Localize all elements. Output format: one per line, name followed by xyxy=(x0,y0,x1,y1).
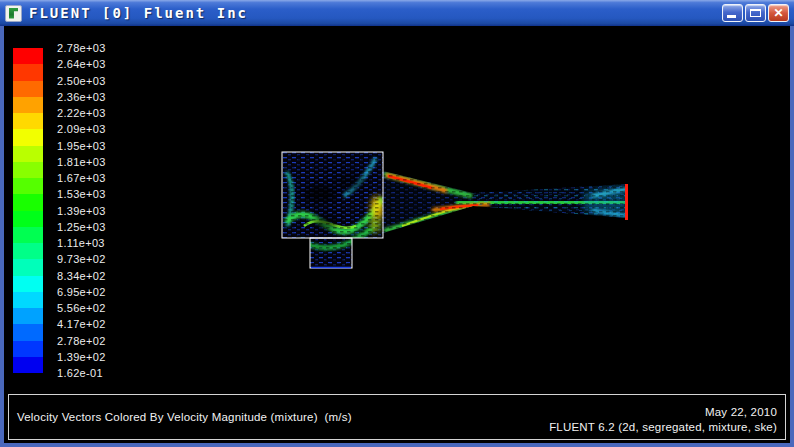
maximize-button[interactable] xyxy=(745,4,766,22)
legend-label: 2.78e+02 xyxy=(57,332,106,348)
close-button[interactable]: ✕ xyxy=(768,4,789,22)
solver-text: FLUENT 6.2 (2d, segregated, mixture, ske… xyxy=(549,420,777,436)
legend-band xyxy=(13,308,43,324)
legend-label: 2.22e+03 xyxy=(57,105,106,121)
minimize-button[interactable] xyxy=(722,4,743,22)
title-bar[interactable]: FLUENT [0] Fluent Inc ✕ xyxy=(0,0,794,26)
legend-band xyxy=(13,113,43,129)
legend-label: 1.62e-01 xyxy=(57,365,106,381)
legend-label: 1.11e+03 xyxy=(57,235,106,251)
legend-band xyxy=(13,292,43,308)
caption-box: Velocity Vectors Colored By Velocity Mag… xyxy=(8,394,786,440)
plot-title: Velocity Vectors Colored By Velocity Mag… xyxy=(17,411,352,423)
legend-label: 1.67e+03 xyxy=(57,170,106,186)
legend-band xyxy=(13,64,43,80)
legend-band xyxy=(13,211,43,227)
legend-band xyxy=(13,178,43,194)
legend-label: 5.56e+02 xyxy=(57,300,106,316)
legend-label: 2.78e+03 xyxy=(57,40,106,56)
date-text: May 22, 2010 xyxy=(549,405,777,421)
legend-label: 1.25e+03 xyxy=(57,219,106,235)
close-icon: ✕ xyxy=(769,5,788,21)
legend-band xyxy=(13,259,43,275)
legend-label: 2.09e+03 xyxy=(57,121,106,137)
legend-band xyxy=(13,162,43,178)
legend-label: 2.36e+03 xyxy=(57,89,106,105)
legend-band xyxy=(13,243,43,259)
legend-labels: 2.78e+032.64e+032.50e+032.36e+032.22e+03… xyxy=(57,40,106,381)
fluent-window: FLUENT [0] Fluent Inc ✕ xyxy=(0,0,794,447)
legend-color-bar xyxy=(13,48,43,373)
outlet-line xyxy=(625,184,628,220)
legend-label: 1.81e+03 xyxy=(57,154,106,170)
legend-label: 1.39e+03 xyxy=(57,202,106,218)
window-controls: ✕ xyxy=(722,4,789,22)
legend-label: 2.50e+03 xyxy=(57,72,106,88)
legend-band xyxy=(13,324,43,340)
legend-label: 1.53e+03 xyxy=(57,186,106,202)
legend-band xyxy=(13,194,43,210)
nozzle-vector-field xyxy=(383,166,633,241)
legend-label: 2.64e+03 xyxy=(57,56,106,72)
maximize-icon xyxy=(750,9,761,17)
legend-band xyxy=(13,81,43,97)
legend-band xyxy=(13,97,43,113)
legend-band xyxy=(13,341,43,357)
legend-label: 4.17e+02 xyxy=(57,316,106,332)
chamber-vector-field xyxy=(282,152,383,268)
legend-band xyxy=(13,227,43,243)
version-stamp: May 22, 2010 FLUENT 6.2 (2d, segregated,… xyxy=(549,405,777,439)
legend-label: 8.34e+02 xyxy=(57,267,106,283)
legend-band xyxy=(13,48,43,64)
legend-band xyxy=(13,146,43,162)
vector-plot[interactable] xyxy=(4,26,790,443)
app-icon[interactable] xyxy=(5,5,22,22)
legend-label: 9.73e+02 xyxy=(57,251,106,267)
legend-band xyxy=(13,129,43,145)
legend-band xyxy=(13,357,43,373)
window-title: FLUENT [0] Fluent Inc xyxy=(29,5,248,21)
legend-label: 6.95e+02 xyxy=(57,284,106,300)
legend-label: 1.39e+02 xyxy=(57,349,106,365)
legend-band xyxy=(13,276,43,292)
graphics-viewport[interactable]: 2.78e+032.64e+032.50e+032.36e+032.22e+03… xyxy=(4,26,790,443)
minimize-icon xyxy=(727,15,736,18)
legend-label: 1.95e+03 xyxy=(57,137,106,153)
